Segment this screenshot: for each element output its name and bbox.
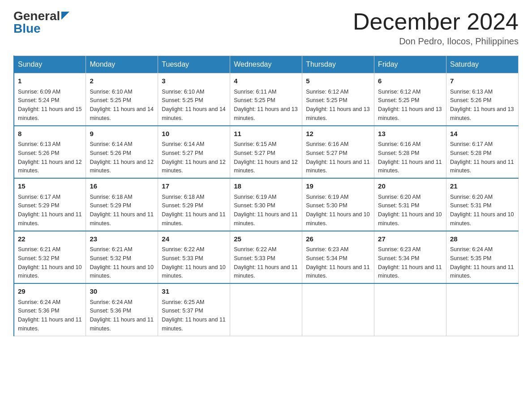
- day-number: 27: [378, 234, 442, 244]
- day-number: 10: [162, 129, 226, 139]
- day-info: Sunrise: 6:19 AMSunset: 5:30 PMDaylight:…: [306, 194, 369, 227]
- day-info: Sunrise: 6:18 AMSunset: 5:29 PMDaylight:…: [162, 194, 225, 227]
- logo-blue-text: Blue: [13, 21, 41, 36]
- calendar-cell: 20 Sunrise: 6:20 AMSunset: 5:31 PMDaylig…: [374, 178, 446, 231]
- calendar-cell: 12 Sunrise: 6:16 AMSunset: 5:27 PMDaylig…: [302, 126, 374, 179]
- calendar-cell: 7 Sunrise: 6:13 AMSunset: 5:26 PMDayligh…: [446, 73, 519, 126]
- calendar-cell: 29 Sunrise: 6:24 AMSunset: 5:36 PMDaylig…: [14, 283, 86, 336]
- calendar-cell: 9 Sunrise: 6:14 AMSunset: 5:26 PMDayligh…: [86, 126, 158, 179]
- day-number: 3: [162, 76, 226, 86]
- calendar-cell: 28 Sunrise: 6:24 AMSunset: 5:35 PMDaylig…: [446, 231, 519, 284]
- day-info: Sunrise: 6:14 AMSunset: 5:26 PMDaylight:…: [90, 141, 153, 174]
- day-number: 18: [234, 181, 298, 192]
- column-header-monday: Monday: [86, 56, 158, 73]
- day-number: 8: [18, 129, 82, 139]
- day-info: Sunrise: 6:21 AMSunset: 5:32 PMDaylight:…: [18, 246, 82, 279]
- day-info: Sunrise: 6:09 AMSunset: 5:24 PMDaylight:…: [18, 89, 82, 121]
- calendar-cell: [446, 283, 519, 336]
- day-info: Sunrise: 6:15 AMSunset: 5:27 PMDaylight:…: [234, 141, 297, 174]
- calendar-cell: 24 Sunrise: 6:22 AMSunset: 5:33 PMDaylig…: [158, 231, 230, 284]
- calendar-cell: 6 Sunrise: 6:12 AMSunset: 5:25 PMDayligh…: [374, 73, 446, 126]
- column-header-saturday: Saturday: [446, 56, 519, 73]
- day-number: 12: [306, 129, 370, 139]
- day-info: Sunrise: 6:20 AMSunset: 5:31 PMDaylight:…: [378, 194, 442, 227]
- column-header-friday: Friday: [374, 56, 446, 73]
- column-header-wednesday: Wednesday: [230, 56, 302, 73]
- calendar-cell: 18 Sunrise: 6:19 AMSunset: 5:30 PMDaylig…: [230, 178, 302, 231]
- day-number: 24: [162, 234, 226, 244]
- day-number: 31: [162, 287, 226, 297]
- calendar-cell: 4 Sunrise: 6:11 AMSunset: 5:25 PMDayligh…: [230, 73, 302, 126]
- logo: General Blue: [13, 9, 69, 36]
- day-info: Sunrise: 6:24 AMSunset: 5:35 PMDaylight:…: [450, 246, 514, 279]
- day-info: Sunrise: 6:10 AMSunset: 5:25 PMDaylight:…: [162, 89, 225, 121]
- calendar-cell: [302, 283, 374, 336]
- day-number: 17: [162, 181, 226, 192]
- day-number: 2: [90, 76, 154, 86]
- calendar-cell: [230, 283, 302, 336]
- calendar-cell: 10 Sunrise: 6:14 AMSunset: 5:27 PMDaylig…: [158, 126, 230, 179]
- column-header-sunday: Sunday: [14, 56, 86, 73]
- calendar-cell: 23 Sunrise: 6:21 AMSunset: 5:32 PMDaylig…: [86, 231, 158, 284]
- day-info: Sunrise: 6:18 AMSunset: 5:29 PMDaylight:…: [90, 194, 153, 227]
- day-info: Sunrise: 6:25 AMSunset: 5:37 PMDaylight:…: [162, 299, 225, 332]
- day-number: 23: [90, 234, 154, 244]
- day-info: Sunrise: 6:14 AMSunset: 5:27 PMDaylight:…: [162, 141, 225, 174]
- calendar-cell: 22 Sunrise: 6:21 AMSunset: 5:32 PMDaylig…: [14, 231, 86, 284]
- calendar-cell: 3 Sunrise: 6:10 AMSunset: 5:25 PMDayligh…: [158, 73, 230, 126]
- day-info: Sunrise: 6:19 AMSunset: 5:30 PMDaylight:…: [234, 194, 297, 227]
- day-info: Sunrise: 6:12 AMSunset: 5:25 PMDaylight:…: [378, 89, 442, 121]
- calendar-week-row: 15 Sunrise: 6:17 AMSunset: 5:29 PMDaylig…: [14, 178, 519, 231]
- calendar-cell: [374, 283, 446, 336]
- month-title: December 2024: [353, 9, 519, 34]
- day-number: 6: [378, 76, 442, 86]
- calendar-header-row: SundayMondayTuesdayWednesdayThursdayFrid…: [14, 56, 519, 73]
- day-number: 21: [450, 181, 515, 192]
- day-number: 20: [378, 181, 442, 192]
- day-info: Sunrise: 6:12 AMSunset: 5:25 PMDaylight:…: [306, 89, 369, 121]
- column-header-tuesday: Tuesday: [158, 56, 230, 73]
- day-number: 29: [18, 287, 82, 297]
- day-info: Sunrise: 6:17 AMSunset: 5:28 PMDaylight:…: [450, 141, 514, 174]
- day-number: 19: [306, 181, 370, 192]
- day-info: Sunrise: 6:23 AMSunset: 5:34 PMDaylight:…: [378, 246, 442, 279]
- day-info: Sunrise: 6:22 AMSunset: 5:33 PMDaylight:…: [162, 246, 225, 279]
- column-header-thursday: Thursday: [302, 56, 374, 73]
- day-number: 15: [18, 181, 82, 192]
- day-info: Sunrise: 6:23 AMSunset: 5:34 PMDaylight:…: [306, 246, 369, 279]
- calendar-cell: 1 Sunrise: 6:09 AMSunset: 5:24 PMDayligh…: [14, 73, 86, 126]
- calendar-cell: 16 Sunrise: 6:18 AMSunset: 5:29 PMDaylig…: [86, 178, 158, 231]
- day-number: 7: [450, 76, 515, 86]
- day-info: Sunrise: 6:16 AMSunset: 5:27 PMDaylight:…: [306, 141, 369, 174]
- calendar-cell: 14 Sunrise: 6:17 AMSunset: 5:28 PMDaylig…: [446, 126, 519, 179]
- calendar-cell: 5 Sunrise: 6:12 AMSunset: 5:25 PMDayligh…: [302, 73, 374, 126]
- day-info: Sunrise: 6:11 AMSunset: 5:25 PMDaylight:…: [234, 89, 297, 121]
- day-number: 30: [90, 287, 154, 297]
- day-info: Sunrise: 6:10 AMSunset: 5:25 PMDaylight:…: [90, 89, 153, 121]
- day-info: Sunrise: 6:16 AMSunset: 5:28 PMDaylight:…: [378, 141, 442, 174]
- page-header: General Blue December 2024 Don Pedro, Il…: [13, 9, 519, 47]
- calendar-cell: 26 Sunrise: 6:23 AMSunset: 5:34 PMDaylig…: [302, 231, 374, 284]
- calendar-cell: 15 Sunrise: 6:17 AMSunset: 5:29 PMDaylig…: [14, 178, 86, 231]
- day-number: 26: [306, 234, 370, 244]
- day-number: 25: [234, 234, 298, 244]
- calendar-cell: 27 Sunrise: 6:23 AMSunset: 5:34 PMDaylig…: [374, 231, 446, 284]
- day-info: Sunrise: 6:22 AMSunset: 5:33 PMDaylight:…: [234, 246, 297, 279]
- calendar-week-row: 22 Sunrise: 6:21 AMSunset: 5:32 PMDaylig…: [14, 231, 519, 284]
- day-number: 4: [234, 76, 298, 86]
- calendar-cell: 21 Sunrise: 6:20 AMSunset: 5:31 PMDaylig…: [446, 178, 519, 231]
- day-number: 1: [18, 76, 82, 86]
- day-number: 11: [234, 129, 298, 139]
- calendar-cell: 17 Sunrise: 6:18 AMSunset: 5:29 PMDaylig…: [158, 178, 230, 231]
- calendar-cell: 2 Sunrise: 6:10 AMSunset: 5:25 PMDayligh…: [86, 73, 158, 126]
- calendar-cell: 8 Sunrise: 6:13 AMSunset: 5:26 PMDayligh…: [14, 126, 86, 179]
- calendar-cell: 19 Sunrise: 6:19 AMSunset: 5:30 PMDaylig…: [302, 178, 374, 231]
- day-info: Sunrise: 6:17 AMSunset: 5:29 PMDaylight:…: [18, 194, 82, 227]
- day-info: Sunrise: 6:13 AMSunset: 5:26 PMDaylight:…: [450, 89, 514, 121]
- day-number: 5: [306, 76, 370, 86]
- calendar-week-row: 1 Sunrise: 6:09 AMSunset: 5:24 PMDayligh…: [14, 73, 519, 126]
- calendar-table: SundayMondayTuesdayWednesdayThursdayFrid…: [13, 56, 519, 336]
- calendar-cell: 11 Sunrise: 6:15 AMSunset: 5:27 PMDaylig…: [230, 126, 302, 179]
- location-subtitle: Don Pedro, Ilocos, Philippines: [353, 36, 519, 47]
- calendar-week-row: 8 Sunrise: 6:13 AMSunset: 5:26 PMDayligh…: [14, 126, 519, 179]
